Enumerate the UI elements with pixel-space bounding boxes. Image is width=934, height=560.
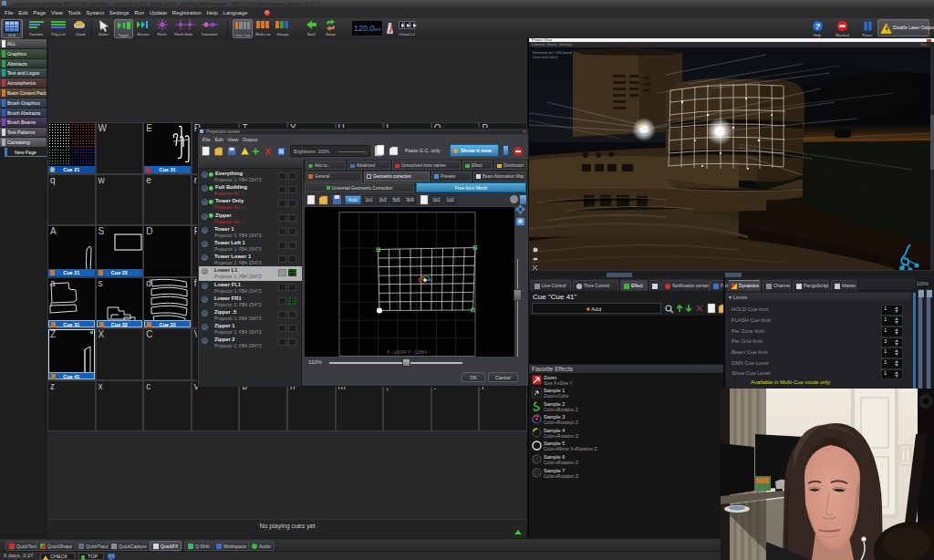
svg-text:X: -14034 Y: -11864: X: -14034 Y: -11864 [387,349,427,355]
svg-text:Zoom level 100x2: Zoom level 100x2 [533,56,558,59]
svg-text:Resolution fps: 1364 (band): Resolution fps: 1364 (band) [533,51,572,55]
svg-text:?: ? [815,22,820,31]
